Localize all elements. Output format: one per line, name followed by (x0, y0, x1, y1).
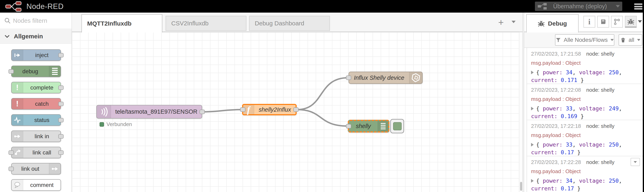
sidebar-tab-help[interactable] (597, 16, 609, 28)
palette-node-label: link out (12, 163, 49, 174)
flow-node-debug-shelly[interactable]: shelly (348, 120, 390, 133)
palette-node-label: catch (23, 98, 60, 109)
comment-bubble-icon (12, 180, 23, 190)
payload-comma: , (618, 105, 622, 112)
palette-filter-input[interactable] (13, 17, 66, 24)
debug-source-node[interactable]: node: shelly (586, 123, 614, 129)
debug-filter-button[interactable]: Alle Nodes/Flows (555, 34, 614, 46)
payload-comma: , (572, 142, 579, 148)
palette-node-comment[interactable]: comment (11, 179, 61, 191)
add-flow-button[interactable]: + (496, 17, 506, 27)
palette-node-link-out[interactable]: link out (11, 163, 61, 175)
list-icon (49, 66, 60, 77)
debug-toolbar: Alle Nodes/Flows all (524, 32, 643, 48)
debug-message: 27/02/2023, 17:22:08node: shellymsg.payl… (527, 84, 643, 120)
sidebar-tab-projects[interactable] (611, 16, 623, 28)
sidebar-tab-debug-icon[interactable] (625, 16, 637, 28)
payload-key: power: (543, 69, 566, 75)
payload-number: 33 (566, 105, 572, 112)
payload-comma: , (618, 69, 622, 75)
input-port[interactable] (346, 75, 351, 80)
payload-number: 34 (566, 69, 572, 75)
scrollbar-thumb[interactable] (520, 182, 522, 191)
debug-source-node[interactable]: node: shelly (586, 159, 614, 165)
payload-number: 33 (566, 142, 572, 148)
palette-node-status[interactable]: status (11, 114, 61, 126)
palette-node-complete[interactable]: !complete (11, 82, 61, 93)
input-port[interactable] (346, 124, 351, 129)
input-port (8, 167, 14, 171)
filter-funnel-icon (556, 37, 561, 43)
flow-node-mqtt-in[interactable]: tele/tasmota_891E97/SENSOR (96, 105, 202, 119)
debug-message-property: msg.payload : Object (531, 132, 641, 138)
output-port (58, 134, 64, 139)
palette-node-label: inject (23, 50, 60, 60)
debug-message-menu-button[interactable] (630, 158, 640, 166)
debug-source-node[interactable]: node: shelly (586, 87, 614, 93)
sidebar-tab-label: Debug (548, 20, 567, 27)
input-port (8, 150, 14, 155)
deploy-button[interactable]: Übernahme (deploy) (535, 2, 622, 11)
wifi-signal-icon (97, 105, 111, 118)
payload-number: 250 (609, 178, 619, 184)
node-label: shelly2Influx (254, 105, 296, 114)
payload-key: power: (543, 178, 566, 184)
palette-node-catch[interactable]: !catch (11, 98, 61, 110)
payload-key: current: (531, 149, 561, 156)
expand-triangle-icon[interactable] (531, 107, 534, 110)
payload-number: 0.169 (561, 113, 577, 119)
tab-debug-dashboard[interactable]: Debug Dashboard (249, 16, 330, 31)
expand-triangle-icon[interactable] (531, 71, 534, 74)
palette-category-header[interactable]: Allgemein (0, 29, 72, 44)
deploy-options-caret-icon[interactable] (616, 5, 620, 7)
palette-node-debug[interactable]: debug (11, 66, 61, 77)
debug-clear-button[interactable]: all (618, 34, 642, 46)
sidebar-tab-debug[interactable]: Debug (526, 14, 578, 32)
input-port[interactable] (240, 107, 246, 112)
tab-csv2influxdb[interactable]: CSV2Influxdb (166, 16, 246, 31)
debug-filter-label: Alle Nodes/Flows (564, 37, 608, 43)
window-edge (643, 0, 644, 192)
debug-source-node[interactable]: node: shelly (586, 51, 614, 57)
workspace-tab-bar: MQTT2Influxdb CSV2Influxdb Debug Dashboa… (72, 12, 522, 32)
debug-message-payload: { power: 34, voltage: 250, current: 0.17… (531, 69, 642, 84)
palette-node-link-call[interactable]: link call (11, 147, 61, 158)
expand-triangle-icon[interactable] (531, 143, 534, 147)
sidebar-tab-info[interactable]: i (584, 16, 595, 28)
payload-key: voltage: (579, 142, 609, 148)
tab-label: Debug Dashboard (255, 20, 304, 27)
output-port (58, 102, 64, 106)
tab-mqtt2influxdb[interactable]: MQTT2Influxdb (82, 14, 162, 32)
canvas-vertical-scrollbar[interactable] (519, 32, 522, 192)
flow-list-caret-icon[interactable] (512, 21, 516, 23)
input-port (8, 69, 14, 74)
debug-enable-toggle[interactable] (390, 119, 404, 133)
debug-message-meta: 27/02/2023, 17:21:58node: shelly (531, 51, 641, 57)
debug-message: 27/02/2023, 17:22:28node: shellymsg.payl… (527, 156, 643, 192)
flow-node-function[interactable]: f shelly2Influx (242, 104, 296, 115)
sidebar-resize-handle[interactable] (522, 12, 524, 192)
output-port[interactable] (200, 110, 205, 114)
payload-number: 250 (609, 142, 619, 148)
debug-message-meta: 27/02/2023, 17:22:28node: shelly (531, 159, 641, 166)
payload-brace: } (574, 185, 580, 192)
sidebar-menu-caret-icon[interactable] (638, 20, 642, 23)
app-logo: Node-RED (5, 1, 64, 12)
payload-comma: , (572, 178, 579, 184)
palette-node-inject[interactable]: inject (11, 49, 61, 61)
palette-node-label: debug (12, 66, 49, 77)
payload-comma: , (572, 105, 579, 112)
palette-node-link-in[interactable]: link in (11, 131, 61, 142)
filter-caret-icon (610, 39, 614, 41)
expand-triangle-icon[interactable] (531, 179, 534, 183)
palette-item-list: injectdebug!complete!catchstatuslink inl… (0, 44, 72, 192)
main-menu-button[interactable] (634, 3, 642, 9)
payload-key: current: (531, 113, 561, 119)
payload-brace: { (536, 178, 543, 184)
payload-number: 0.17 (561, 149, 574, 156)
node-red-app: Node-RED Übernahme (deploy) (0, 0, 644, 192)
payload-number: 0.171 (561, 77, 577, 83)
output-port[interactable] (293, 107, 299, 112)
node-palette: Allgemein injectdebug!complete!catchstat… (0, 12, 72, 192)
flow-node-influxdb-out[interactable]: Influx Shelly device (348, 72, 422, 84)
